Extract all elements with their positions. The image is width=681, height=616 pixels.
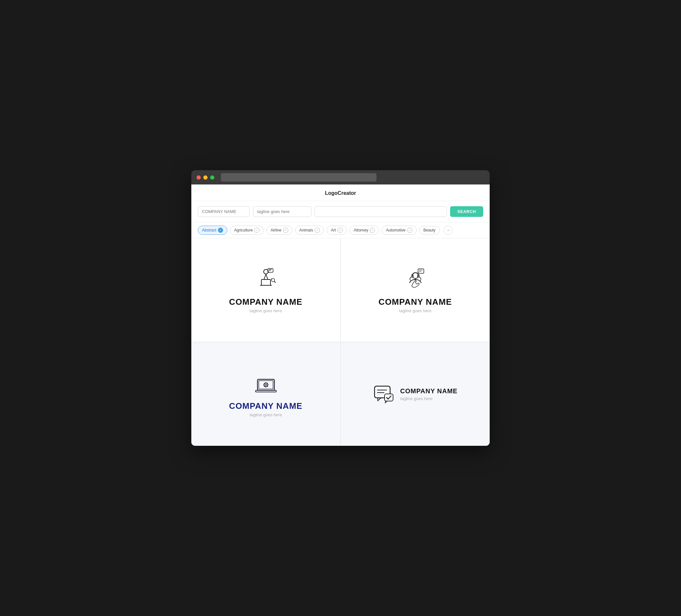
category-chip-automotive[interactable]: Automotive ✓ [382,226,417,235]
browser-window: LogoCreator SEARCH Abstract ✓ Agricultur… [191,170,490,446]
logo3-company-name: COMPANY NAME [229,401,302,411]
tech-person-icon [253,267,279,293]
category-label: Automotive [386,228,405,232]
logo3-tagline: tagline goes here [250,412,282,417]
logo4-company-name: COMPANY NAME [400,387,458,395]
logo-card-3[interactable]: COMPANY NAME tagline goes here [191,342,340,446]
chat-check-icon [373,383,396,406]
svg-rect-38 [385,394,393,401]
browser-titlebar [191,170,490,184]
category-chip-airline[interactable]: Airline ✓ [266,226,292,235]
logo4-tagline: tagline goes here [400,396,458,401]
category-label: Agriculture [234,228,253,232]
category-chip-attorney[interactable]: Attorney ✓ [350,226,379,235]
svg-line-10 [274,281,276,283]
logo-grid: COMPANY NAME tagline goes here [191,238,490,446]
category-chip-agriculture[interactable]: Agriculture ✓ [230,226,263,235]
logo4-text-group: COMPANY NAME tagline goes here [400,387,458,401]
check-icon-agriculture: ✓ [254,228,259,233]
category-bar: Abstract ✓ Agriculture ✓ Airline ✓ Anima… [191,223,490,238]
check-icon-animals: ✓ [314,228,320,233]
logo2-tagline: tagline goes here [399,308,432,313]
check-icon-abstract: ✓ [218,228,223,233]
search-bar: SEARCH [191,201,490,223]
svg-rect-21 [259,381,273,389]
search-button[interactable]: SEARCH [450,206,483,217]
next-categories-button[interactable]: → [444,226,453,235]
svg-point-0 [263,270,268,274]
logo-card-2[interactable]: COMPANY NAME tagline goes here [340,238,490,342]
check-icon-airline: ✓ [283,228,288,233]
svg-point-25 [265,384,267,385]
logo1-tagline: tagline goes here [250,308,282,313]
logo1-company-name: COMPANY NAME [229,297,302,307]
close-button[interactable] [197,175,201,180]
address-bar[interactable] [221,173,377,182]
svg-rect-20 [257,379,274,390]
category-label: Animals [299,228,313,232]
svg-marker-37 [378,398,381,401]
svg-line-11 [271,279,272,280]
category-label: Abstract [202,228,216,232]
laptop-gear-icon [253,371,279,397]
category-label: Airline [271,228,281,232]
category-label: Attorney [354,228,369,232]
check-icon-art: ✓ [337,228,343,233]
svg-point-9 [272,279,275,282]
app-header: LogoCreator [191,184,490,201]
check-icon-automotive: ✓ [407,228,412,233]
support-person-icon [402,267,428,293]
category-label: Beauty [424,228,435,232]
svg-rect-12 [418,269,424,273]
maximize-button[interactable] [210,175,215,180]
tagline-input[interactable] [253,206,311,217]
svg-line-8 [266,274,268,280]
minimize-button[interactable] [203,175,207,180]
logo2-company-name: COMPANY NAME [378,297,452,307]
svg-rect-5 [261,280,271,285]
app-title: LogoCreator [325,190,356,196]
category-chip-animals[interactable]: Animals ✓ [295,226,324,235]
category-label: Art [331,228,336,232]
app-content: LogoCreator SEARCH Abstract ✓ Agricultur… [191,184,490,446]
category-chip-abstract[interactable]: Abstract ✓ [198,226,227,235]
company-name-input[interactable] [198,206,250,217]
svg-line-7 [264,274,266,280]
logo-card-4[interactable]: COMPANY NAME tagline goes here [340,342,490,446]
check-icon-attorney: ✓ [370,228,375,233]
extra-search-input[interactable] [314,206,447,217]
logo-card-1[interactable]: COMPANY NAME tagline goes here [191,238,340,342]
category-chip-beauty[interactable]: Beauty [419,226,440,234]
category-chip-art[interactable]: Art ✓ [327,226,347,235]
